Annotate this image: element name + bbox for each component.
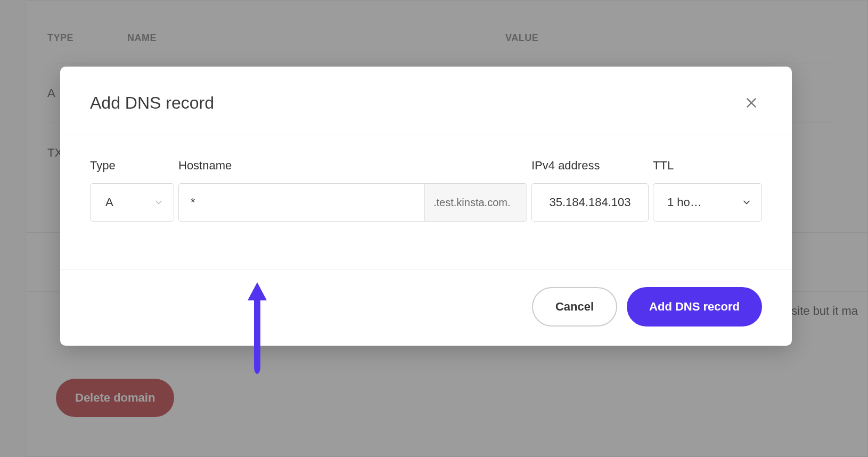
modal-title: Add DNS record <box>90 93 214 113</box>
chevron-down-icon <box>741 197 752 208</box>
ttl-label: TTL <box>653 159 762 173</box>
add-dns-record-button[interactable]: Add DNS record <box>627 287 762 327</box>
hostname-input-wrapper <box>178 183 425 222</box>
hostname-input[interactable] <box>191 184 413 221</box>
ttl-select[interactable]: 1 ho… <box>653 183 762 222</box>
cancel-button[interactable]: Cancel <box>532 287 617 327</box>
type-select-value: A <box>105 195 113 209</box>
field-hostname: Hostname .test.kinsta.com. <box>178 159 527 222</box>
close-button[interactable] <box>741 92 762 113</box>
field-type: Type A <box>90 159 174 222</box>
modal-footer: Cancel Add DNS record <box>60 270 792 346</box>
modal-header: Add DNS record <box>60 67 792 135</box>
ipv4-input-wrapper <box>531 183 649 222</box>
type-select[interactable]: A <box>90 183 174 222</box>
type-label: Type <box>90 159 174 173</box>
ttl-select-value: 1 ho… <box>667 195 702 209</box>
field-ttl: TTL 1 ho… <box>653 159 762 222</box>
ipv4-input[interactable] <box>544 184 636 221</box>
add-dns-record-modal: Add DNS record Type A Hostname <box>60 67 792 346</box>
chevron-down-icon <box>153 197 164 208</box>
hostname-label: Hostname <box>178 159 527 173</box>
modal-body: Type A Hostname .test.kinsta.com. <box>60 135 792 270</box>
close-icon <box>744 96 758 110</box>
hostname-suffix: .test.kinsta.com. <box>425 183 527 222</box>
field-ipv4: IPv4 address <box>531 159 649 222</box>
ipv4-label: IPv4 address <box>531 159 649 173</box>
